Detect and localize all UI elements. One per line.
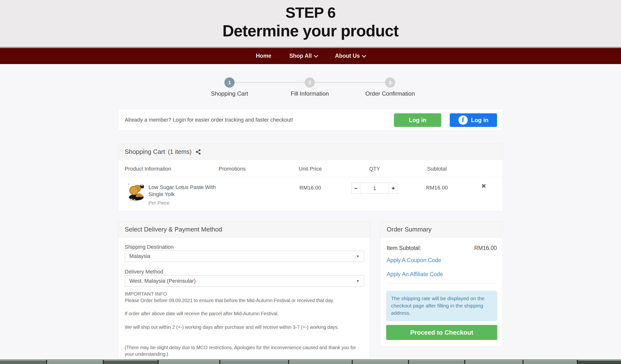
delivery-panel-header: Select Delivery & Payment Method	[118, 222, 370, 238]
product-image[interactable]: 6	[128, 182, 145, 203]
step-circle-3: 3	[385, 77, 395, 87]
cart-title: Shopping Cart	[125, 148, 165, 156]
important-info-block: IMPORTANT INFO Please Order before 09.09…	[125, 291, 365, 357]
nav-shop-all-label: Shop All	[289, 53, 312, 59]
nav-item-home[interactable]: Home	[256, 53, 272, 59]
info-paragraph-1: Please Order before 09.09.2021 to ensure…	[125, 297, 365, 304]
qty-increase-button[interactable]: +	[389, 183, 397, 194]
taskbar-edge-segment	[104, 360, 158, 364]
taskbar-edge-segment	[289, 360, 352, 364]
summary-divider	[387, 283, 497, 284]
qty-decrease-button[interactable]: −	[351, 183, 360, 194]
proceed-to-checkout-button[interactable]: Proceed to Checkout	[386, 325, 497, 340]
taskbar-edge-segment	[0, 360, 46, 364]
info-paragraph-4: (There may be slight delay due to MCO re…	[125, 344, 365, 357]
item-subtotal-label: Item Subtotal:	[387, 245, 421, 251]
share-icon[interactable]	[195, 149, 201, 155]
taskbar-edge-segment	[409, 360, 464, 364]
item-subtotal-row: Item Subtotal: RM16.00	[387, 245, 497, 251]
delivery-method-label: Delivery Method	[125, 269, 163, 275]
chevron-down-icon	[362, 53, 366, 57]
page-title: Determine your product	[0, 22, 621, 40]
main-nav: Home Shop All About Us	[0, 48, 621, 64]
step-label-fill-information: Fill Information	[273, 90, 346, 97]
step-label-order-confirmation: Order Confirmation	[354, 90, 427, 97]
quantity-stepper: − +	[351, 183, 397, 194]
step-heading: STEP 6	[0, 0, 621, 21]
taskbar-edge-segment	[220, 360, 288, 364]
delivery-payment-panel: Select Delivery & Payment Method Shippin…	[118, 221, 370, 360]
delivery-panel-title: Select Delivery & Payment Method	[125, 226, 222, 233]
login-banner: Already a member? Login for easier order…	[118, 109, 503, 131]
qty-input[interactable]	[360, 183, 389, 194]
cart-items-count: (1 items)	[168, 148, 191, 155]
facebook-icon: f	[458, 116, 468, 125]
product-variant: Per Piece	[148, 199, 216, 207]
info-paragraph-2: If order after above date will receive t…	[125, 310, 365, 317]
page: STEP 6 Determine your product Home Shop …	[0, 0, 621, 364]
dropdown-arrow-icon: ▼	[356, 279, 360, 283]
nav-home-label: Home	[256, 53, 272, 59]
dropdown-arrow-icon: ▼	[356, 254, 360, 258]
subtotal-value: RM16.00	[413, 185, 461, 191]
important-info-heading: IMPORTANT INFO	[125, 291, 365, 297]
info-paragraph-3: We will ship out within 2 (+-) working d…	[125, 324, 365, 330]
order-summary-title: Order Summary	[387, 226, 431, 233]
chevron-down-icon	[314, 53, 318, 57]
facebook-login-label: Log in	[471, 117, 489, 123]
step-circle-2: 2	[305, 77, 315, 87]
taskbar-edge-segment	[47, 360, 103, 364]
step-connector	[315, 82, 385, 83]
column-header-subtotal: Subtotal	[413, 166, 461, 172]
login-button[interactable]: Log in	[394, 113, 441, 127]
column-header-qty: QTY	[350, 166, 399, 172]
apply-affiliate-link[interactable]: Apply An Affiliate Code	[387, 271, 443, 277]
cart-panel-header: Shopping Cart (1 items)	[118, 144, 503, 160]
facebook-login-button[interactable]: f Log in	[450, 113, 497, 127]
product-name-link[interactable]: Low Sugar Lotus Paste With Single Yolk P…	[148, 184, 216, 207]
taskbar-edge-segment	[353, 360, 408, 364]
shipping-destination-value: Malaysia	[129, 253, 150, 260]
taskbar-edge	[0, 360, 621, 364]
delivery-method-value: West. Malaysia (Peninsular)	[129, 278, 195, 284]
nav-about-us-label: About Us	[335, 53, 360, 59]
login-message: Already a member? Login for easier order…	[125, 117, 293, 123]
shipping-destination-select[interactable]: Malaysia ▼	[125, 251, 364, 262]
step-circle-1: 1	[224, 77, 235, 87]
unit-price-value: RM16.00	[286, 185, 334, 191]
order-summary-header: Order Summary	[380, 222, 503, 238]
nav-item-about-us[interactable]: About Us	[335, 53, 365, 59]
taskbar-edge-segment	[159, 360, 219, 364]
product-name-line2: Single Yolk	[148, 191, 216, 198]
column-header-promotions: Promotions	[208, 166, 256, 172]
taskbar-edge-segment	[523, 360, 577, 364]
taskbar-edge-segment	[578, 360, 621, 364]
page-header: STEP 6 Determine your product	[0, 0, 621, 47]
shipping-destination-label: Shipping Destination	[125, 244, 174, 250]
svg-text:6: 6	[128, 183, 130, 185]
remove-item-button[interactable]: ✖	[481, 183, 486, 190]
product-name-line1: Low Sugar Lotus Paste With	[148, 184, 216, 191]
taskbar-edge-segment	[465, 360, 522, 364]
delivery-method-select[interactable]: West. Malaysia (Peninsular) ▼	[125, 276, 364, 287]
shipping-rate-note: The shipping rate will be displayed on t…	[386, 291, 497, 321]
shopping-cart-panel: Shopping Cart (1 items) Product Informat…	[118, 144, 503, 211]
table-header-divider	[118, 177, 503, 177]
apply-coupon-link[interactable]: Apply A Coupon Code	[387, 257, 441, 263]
nav-item-shop-all[interactable]: Shop All	[289, 53, 317, 59]
step-connector	[235, 82, 305, 83]
item-subtotal-value: RM16.00	[474, 245, 497, 251]
order-summary-panel: Order Summary Item Subtotal: RM16.00 App…	[380, 221, 503, 347]
column-header-unit-price: Unit Price	[286, 166, 334, 172]
step-label-shopping-cart: Shopping Cart	[193, 90, 266, 97]
column-header-product-information: Product Information	[125, 166, 171, 172]
